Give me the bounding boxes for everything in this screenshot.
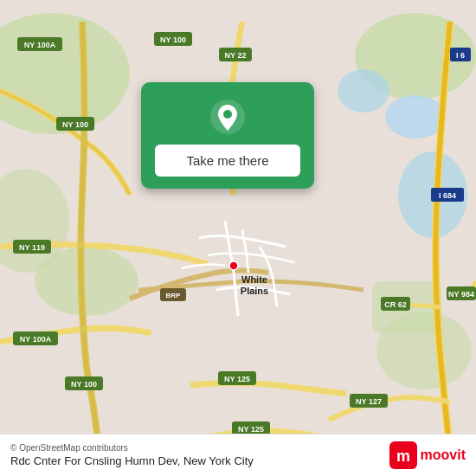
location-name: Rdc Cnter For Cnsling Humn Dev, New York… [10, 454, 254, 467]
bottom-bar: © OpenStreetMap contributors Rdc Cnter F… [0, 434, 476, 476]
svg-text:NY 100: NY 100 [71, 380, 97, 389]
popup-card: Take me there [141, 82, 314, 189]
svg-text:m: m [396, 447, 410, 465]
moovit-text: moovit [421, 447, 466, 463]
svg-text:BRP: BRP [166, 292, 182, 299]
svg-text:NY 127: NY 127 [356, 397, 382, 406]
svg-text:NY 100A: NY 100A [24, 41, 56, 49]
svg-text:NY 100: NY 100 [62, 120, 88, 129]
bottom-left-info: © OpenStreetMap contributors Rdc Cnter F… [10, 443, 254, 467]
moovit-logo: m moovit [389, 441, 466, 469]
svg-point-9 [385, 95, 446, 138]
svg-point-8 [376, 312, 472, 389]
moovit-icon: m [389, 441, 417, 469]
svg-text:NY 125: NY 125 [238, 425, 264, 434]
svg-text:White: White [241, 274, 267, 285]
svg-text:NY 100: NY 100 [160, 35, 186, 44]
svg-point-4 [338, 69, 389, 113]
take-me-there-button[interactable]: Take me there [155, 145, 300, 177]
svg-text:NY 119: NY 119 [19, 243, 45, 252]
svg-text:NY 22: NY 22 [225, 51, 247, 60]
svg-text:NY 125: NY 125 [224, 375, 250, 383]
svg-text:I 6: I 6 [456, 51, 465, 60]
svg-text:Plains: Plains [241, 286, 268, 296]
svg-point-42 [229, 261, 238, 270]
svg-text:NY 984: NY 984 [448, 290, 474, 299]
location-pin-icon [209, 98, 247, 136]
svg-text:I 684: I 684 [439, 191, 456, 200]
map-container: NY 100A NY 100 NY 22 NY 100 I 6 NY 119 B… [0, 0, 476, 476]
svg-text:NY 100A: NY 100A [20, 335, 52, 344]
svg-text:CR 62: CR 62 [384, 300, 407, 309]
map-background: NY 100A NY 100 NY 22 NY 100 I 6 NY 119 B… [0, 0, 476, 476]
svg-point-44 [223, 110, 232, 119]
osm-credit: © OpenStreetMap contributors [10, 443, 254, 453]
